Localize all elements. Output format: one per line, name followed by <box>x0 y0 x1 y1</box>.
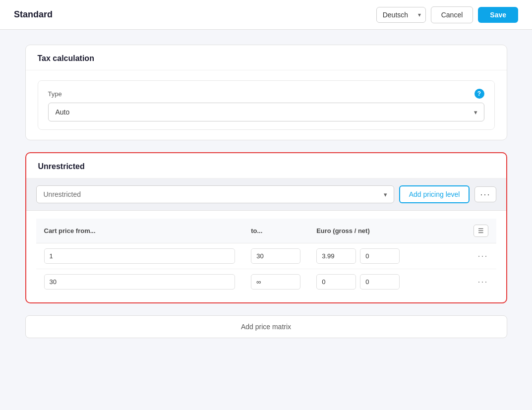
table-row: ··· <box>36 269 496 295</box>
type-label-row: Type ? <box>48 89 484 99</box>
tax-calculation-body: Type ? Auto Gross Net ▾ <box>26 70 507 140</box>
language-selector[interactable]: Deutsch English Français ▾ <box>376 7 426 23</box>
unrestricted-heading: Unrestricted <box>26 153 506 178</box>
help-icon-text: ? <box>477 90 481 97</box>
main-content: Tax calculation Type ? Auto Gross Net <box>13 45 519 338</box>
save-button[interactable]: Save <box>478 7 518 23</box>
input-to-1[interactable] <box>251 248 300 264</box>
table-row: ··· <box>36 243 496 269</box>
language-select[interactable]: Deutsch English Français <box>376 7 426 23</box>
topbar-actions: Deutsch English Français ▾ Cancel Save <box>376 6 518 23</box>
input-net-1[interactable] <box>360 248 400 264</box>
input-gross-2[interactable] <box>316 274 356 290</box>
pricing-table-container: Cart price from... to... Euro (gross / n… <box>26 211 506 302</box>
table-cell-from-2 <box>36 269 243 295</box>
col-header-menu: ☰ <box>461 219 496 243</box>
col-header-to: to... <box>243 219 308 243</box>
price-inputs-1 <box>316 248 420 264</box>
pricing-toolbar: Unrestricted ▾ Add pricing level ··· <box>26 178 506 211</box>
table-cell-to-2 <box>243 269 308 295</box>
table-cell-dots-1[interactable]: ··· <box>461 243 496 269</box>
table-cell-dots-2[interactable]: ··· <box>461 269 496 295</box>
table-cell-action-1 <box>428 243 461 269</box>
topbar: Standard Deutsch English Français ▾ Canc… <box>0 0 532 30</box>
table-menu-icon-button[interactable]: ☰ <box>473 225 488 237</box>
table-cell-to-1 <box>243 243 308 269</box>
type-select-wrapper: Auto Gross Net ▾ <box>48 103 484 121</box>
page-title: Standard <box>14 9 376 20</box>
tax-calculation-heading: Tax calculation <box>26 45 507 70</box>
col-header-from: Cart price from... <box>36 219 243 243</box>
input-from-2[interactable] <box>44 274 236 290</box>
col-header-action <box>428 219 461 243</box>
cancel-button[interactable]: Cancel <box>431 6 473 23</box>
tax-type-section: Type ? Auto Gross Net ▾ <box>38 80 495 130</box>
table-cell-action-2 <box>428 269 461 295</box>
more-options-button[interactable]: ··· <box>474 186 496 202</box>
type-label: Type <box>48 90 62 98</box>
help-icon[interactable]: ? <box>474 89 484 99</box>
table-cell-from-1 <box>36 243 243 269</box>
unrestricted-select[interactable]: Unrestricted <box>36 185 394 203</box>
table-header-row: Cart price from... to... Euro (gross / n… <box>36 219 496 243</box>
price-inputs-2 <box>316 274 420 290</box>
input-to-2[interactable] <box>251 274 300 290</box>
input-gross-1[interactable] <box>316 248 356 264</box>
input-from-1[interactable] <box>44 248 236 264</box>
unrestricted-select-wrapper: Unrestricted ▾ <box>36 185 394 203</box>
table-cell-price-1 <box>308 243 428 269</box>
add-pricing-level-button[interactable]: Add pricing level <box>399 185 470 203</box>
unrestricted-card: Unrestricted Unrestricted ▾ Add pricing … <box>25 152 507 303</box>
table-cell-price-2 <box>308 269 428 295</box>
col-header-price: Euro (gross / net) <box>308 219 428 243</box>
type-select[interactable]: Auto Gross Net <box>48 103 484 121</box>
input-net-2[interactable] <box>360 274 400 290</box>
pricing-table: Cart price from... to... Euro (gross / n… <box>36 219 496 294</box>
tax-calculation-card: Tax calculation Type ? Auto Gross Net <box>25 45 507 140</box>
add-price-matrix-button[interactable]: Add price matrix <box>25 315 507 338</box>
